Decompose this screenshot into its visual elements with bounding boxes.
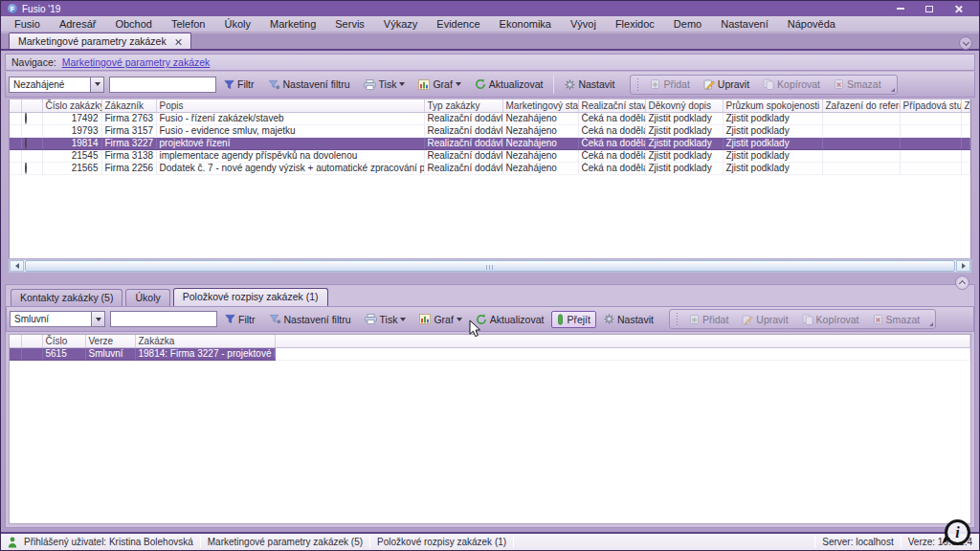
table-row[interactable]: 17492Firma 2763Fusio - řízení zakázek/st… [10,112,970,124]
column-header[interactable]: Marketingový stav [502,99,578,112]
chart-button[interactable]: Graf [413,311,467,328]
menu-item-demo[interactable]: Demo [664,17,711,31]
settings-icon [565,79,575,90]
filter-button[interactable]: Filtr [219,311,261,328]
menu-item-úkoly[interactable]: Úkoly [214,17,260,31]
attachment-icon [25,112,27,124]
table-cell [961,137,970,149]
items-combobox-value: Smluvní [14,314,91,324]
menu-item-adresář[interactable]: Adresář [50,17,106,31]
column-header[interactable]: Verze [85,335,135,347]
column-header[interactable]: Zakázka [135,335,275,347]
go-button[interactable]: Přejít [551,311,596,328]
column-header[interactable]: Průzkum spokojenosti [723,99,822,112]
detail-tab[interactable]: Položkové rozpisy zakázek (1) [173,288,328,306]
table-row[interactable]: 19814Firma 3227projektové řízeníRealizač… [10,137,970,149]
add-button[interactable]: Přidat [683,311,734,328]
delete-button-label: Smazat [847,78,881,90]
table-cell [900,162,961,174]
close-button[interactable] [944,2,972,15]
scroll-right-button[interactable] [956,260,970,272]
scroll-left-button[interactable] [10,260,24,272]
table-row[interactable]: 5615Smluvní19814: Firma 3227 - projektov… [10,347,970,360]
menu-item-servis[interactable]: Servis [325,17,374,31]
detail-tab[interactable]: Kontakty zakázky (5) [11,289,122,306]
table-cell: 5615 [42,347,85,360]
column-header[interactable]: Číslo zakázky [42,99,101,112]
items-quick-filter-input[interactable] [110,311,217,327]
copy-button[interactable]: Kopírovat [796,311,865,328]
column-header[interactable]: Popis [156,99,424,112]
table-cell: Čeká na dodělání [578,112,645,124]
horizontal-scrollbar[interactable] [9,259,971,273]
print-button[interactable]: Tisk [358,76,412,93]
add-button[interactable]: Přidat [644,76,695,93]
minimize-button[interactable] [886,2,915,15]
tab-marketingove-parametry-zakazek[interactable]: Marketingové parametry zakázek [9,33,191,49]
items-state-combobox[interactable]: Smluvní [10,311,105,327]
table-cell: Fusio - řízení zakázek/staveb [156,112,424,124]
refresh-button[interactable]: Aktualizovat [469,76,549,93]
column-header[interactable]: Zařazení do referencí [822,99,900,112]
row-attachment-cell [21,112,42,124]
refresh-button[interactable]: Aktualizovat [470,311,550,328]
column-header[interactable] [10,335,21,347]
row-marker-cell [10,149,21,162]
detail-tab[interactable]: Úkoly [125,289,169,306]
tabstrip-overflow-button[interactable] [959,36,972,50]
tab-close-icon[interactable] [175,38,182,45]
table-row[interactable]: 21565Firma 2256Dodatek č. 7 - nové agend… [10,162,970,174]
menu-item-marketing[interactable]: Marketing [260,17,325,31]
delete-button[interactable]: Smazat [828,76,887,93]
maximize-button[interactable] [915,2,944,15]
edit-button-label: Upravit [718,78,749,90]
column-header[interactable]: Číslo [42,335,85,347]
info-icon[interactable] [945,519,970,545]
menu-item-flexidoc[interactable]: Flexidoc [606,17,664,31]
column-header[interactable] [21,335,42,347]
settings-icon [604,314,614,324]
menu-item-nápověda[interactable]: Nápověda [778,17,845,31]
column-header[interactable] [275,335,970,347]
scrollbar-thumb[interactable] [25,260,955,272]
panel-collapse-button[interactable] [955,276,969,290]
column-header[interactable]: Realizační stav [578,99,645,112]
table-cell: Firma 3138 [101,149,156,162]
menu-item-vývoj[interactable]: Vývoj [561,17,606,31]
menu-item-výkazy[interactable]: Výkazy [374,17,427,31]
copy-button-label: Kopírovat [777,78,820,90]
table-row[interactable]: 19793Firma 3157Fusio - evidence smluv, m… [10,124,970,137]
menu-item-evidence[interactable]: Evidence [427,17,489,31]
configure-button[interactable]: Nastavit [598,311,659,328]
print-button[interactable]: Tisk [359,311,412,328]
column-header[interactable]: Případová stu... [900,99,961,112]
chart-button[interactable]: Graf [412,76,466,93]
orders-combobox-dropdown-button[interactable] [90,77,103,92]
edit-button[interactable]: Upravit [698,76,755,93]
menu-item-obchod[interactable]: Obchod [105,17,162,31]
table-row[interactable]: 21545Firma 3138implementace agendy přísp… [10,149,970,162]
filter-settings-button[interactable]: Nastavení filtru [262,76,356,93]
delete-button[interactable]: Smazat [867,311,926,328]
column-header[interactable] [21,99,42,112]
edit-button[interactable]: Upravit [736,311,793,328]
menu-item-nastavení[interactable]: Nastavení [711,17,778,31]
items-combobox-dropdown-button[interactable] [91,312,104,326]
column-header[interactable]: Z [961,99,970,112]
navigation-link[interactable]: Marketingové parametry zakázek [62,56,211,68]
orders-state-combobox[interactable]: Nezahájené [9,77,104,93]
filter-settings-button[interactable]: Nastavení filtru [263,311,357,328]
column-header[interactable]: Typ zakázky [424,99,502,112]
copy-button[interactable]: Kopírovat [757,76,826,93]
column-header[interactable]: Děkovný dopis [645,99,723,112]
menu-item-telefon[interactable]: Telefon [162,17,214,31]
orders-quick-filter-input[interactable] [109,77,216,93]
configure-button[interactable]: Nastavit [559,76,620,93]
menu-item-ekonomika[interactable]: Ekonomika [490,17,561,31]
column-header[interactable] [10,99,21,112]
filter-button[interactable]: Filtr [218,76,260,93]
table-cell [961,112,970,124]
column-header[interactable]: Zákazník [101,99,156,112]
status-separator [814,536,815,548]
menu-item-fusio[interactable]: Fusio [5,17,50,31]
